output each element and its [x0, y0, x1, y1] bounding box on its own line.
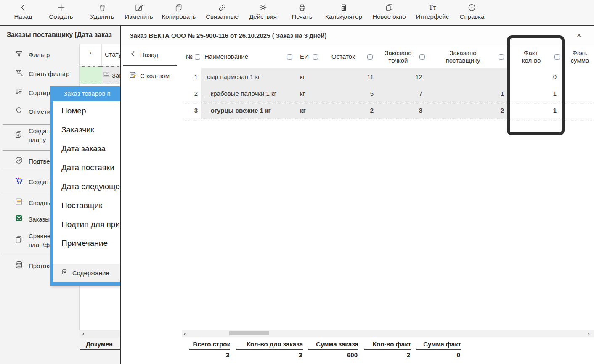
orders-grid-status-header[interactable]: Статус — [105, 51, 120, 58]
cell-fact-qty[interactable]: 1 — [508, 85, 564, 102]
action-label: Создать — [29, 177, 53, 186]
orders-grid-selected-cell[interactable] — [80, 66, 101, 84]
total-qty-for-order: Кол-во для заказа 3 — [236, 340, 303, 359]
chevron-left-icon — [130, 50, 136, 59]
cell-ordered-supplier[interactable]: 1 — [427, 85, 507, 102]
order-title: Заказ ВЕКТА ООО № 25-900-116 от 26.10.20… — [130, 26, 326, 45]
col-header-fact-sum[interactable]: Факт. сумма — [566, 45, 594, 68]
gear-icon — [258, 3, 268, 12]
col-checkbox[interactable] — [313, 54, 318, 60]
menu-item-label: Содержание — [72, 269, 109, 277]
total-value: 3 — [236, 350, 303, 359]
menu-item-next-date[interactable]: Дата следующей — [53, 177, 121, 196]
orders-grid-status-cell[interactable]: Зак — [101, 66, 120, 84]
col-header-unit[interactable]: ЕИ — [296, 45, 324, 68]
scroll-thumb[interactable] — [229, 331, 269, 335]
cell-ordered-point[interactable]: 7 — [377, 85, 427, 102]
toolbar-actions-button[interactable]: Действия — [249, 3, 277, 20]
action-clear-filter[interactable]: Снять фильтр — [0, 69, 79, 79]
cell-name[interactable]: __крабовые палочки 1 кг — [201, 85, 296, 102]
col-header-num[interactable]: № — [182, 45, 201, 68]
cell-fact-sum[interactable] — [566, 68, 594, 85]
col-checkbox[interactable] — [499, 54, 504, 60]
col-checkbox[interactable] — [419, 54, 425, 60]
cell-num[interactable]: 3 — [182, 102, 201, 119]
col-checkbox[interactable] — [554, 54, 560, 60]
toolbar-delete-button[interactable]: Удалить — [90, 3, 114, 20]
col-header-ordered-supplier[interactable]: Заказано поставщику — [427, 45, 507, 68]
cell-unit[interactable]: кг — [296, 68, 324, 85]
cell-name[interactable]: _сыр пармезан 1 кг — [201, 68, 296, 85]
cell-num[interactable]: 1 — [182, 68, 201, 85]
left-scroll-left-arrow[interactable]: ‹ — [82, 330, 85, 337]
scroll-left-arrow[interactable]: ‹ — [184, 330, 186, 337]
mode-with-qty-button[interactable]: С кол-вом — [128, 71, 170, 81]
menu-item-subtype[interactable]: Подтип для прих — [53, 215, 121, 234]
left-hscrollbar[interactable] — [79, 330, 120, 338]
cell-ordered-supplier[interactable] — [427, 68, 507, 85]
menu-item-number[interactable]: Номер — [53, 101, 121, 120]
toolbar-new-window-button[interactable]: Новое окно — [372, 3, 406, 20]
col-checkbox[interactable] — [195, 54, 200, 60]
col-header-ordered-point[interactable]: Заказано точкой — [377, 45, 427, 68]
close-icon[interactable]: × — [574, 30, 584, 40]
cell-name[interactable]: __огурцы свежие 1 кг — [201, 102, 296, 119]
total-label: Всего строк — [189, 340, 230, 350]
printer-icon — [297, 3, 307, 12]
toolbar-related-button[interactable]: Связанные — [206, 3, 239, 20]
cell-fact-qty[interactable]: 1 — [508, 102, 564, 119]
cell-ordered-point[interactable]: 12 — [377, 68, 427, 85]
action-filter[interactable]: Фильтр — [0, 50, 79, 60]
excel-icon — [14, 214, 24, 224]
col-header-name[interactable]: Наименование — [201, 45, 296, 68]
toolbar-calculator-button[interactable]: Калькулятор — [325, 3, 362, 20]
order-back-button[interactable]: Назад — [130, 50, 158, 59]
main-toolbar: Назад Создать Удалить Изменить Копироват… — [0, 0, 594, 26]
toolbar-label: Действия — [249, 13, 277, 20]
cell-unit[interactable]: кг — [296, 85, 324, 102]
cell-ordered-point[interactable]: 3 — [377, 102, 427, 119]
scroll-right-arrow[interactable]: › — [588, 330, 590, 337]
toolbar-interface-button[interactable]: Tт Интерфейс — [416, 3, 449, 20]
col-checkbox[interactable] — [287, 54, 292, 60]
toolbar-label: Связанные — [206, 13, 239, 20]
table-row[interactable]: 2 __крабовые палочки 1 кг кг 5 7 1 1 — [182, 85, 594, 102]
back-label: Назад — [140, 51, 158, 58]
cell-remain[interactable]: 11 — [324, 68, 377, 85]
interface-icon: Tт — [429, 3, 436, 12]
cell-num[interactable]: 2 — [182, 85, 201, 102]
menu-item-delivery-date[interactable]: Дата поставки — [53, 158, 121, 177]
cell-fact-sum[interactable] — [566, 102, 594, 119]
cell-fact-qty[interactable]: 0 — [508, 68, 564, 85]
toolbar-print-button[interactable]: Печать — [292, 3, 312, 20]
cell-ordered-supplier[interactable]: 2 — [427, 102, 507, 119]
table-row[interactable]: 1 _сыр пармезан 1 кг кг 11 12 0 — [182, 68, 594, 85]
col-label: № — [186, 53, 193, 61]
menu-item-supplier[interactable]: Поставщик — [53, 196, 121, 215]
menu-item-order-date[interactable]: Дата заказа — [53, 139, 121, 158]
copy-plus-icon — [14, 130, 24, 141]
orders-grid-star-header[interactable]: * — [80, 51, 101, 58]
filter-off-icon — [14, 68, 24, 79]
toolbar-edit-button[interactable]: Изменить — [125, 3, 153, 20]
cell-unit[interactable]: кг — [296, 102, 324, 119]
table-row-selected[interactable]: 3 __огурцы свежие 1 кг кг 2 3 2 1 — [182, 102, 594, 119]
toolbar-help-button[interactable]: Справка — [460, 3, 485, 20]
toolbar-copy-button[interactable]: Копировать — [162, 3, 196, 20]
toolbar-back-button[interactable]: Назад — [14, 3, 32, 20]
panel-title: Заказы поставщику [Дата заказ — [7, 31, 120, 39]
col-checkbox[interactable] — [367, 54, 373, 60]
pin-exclaim-icon — [14, 106, 24, 117]
toolbar-create-button[interactable]: Создать — [49, 3, 73, 20]
menu-item-contents[interactable]: Содержание — [53, 264, 121, 282]
col-header-remain[interactable]: Остаток — [324, 45, 377, 68]
cell-remain[interactable]: 5 — [324, 85, 377, 102]
col-label: Факт. сумма — [566, 49, 594, 64]
cell-fact-sum[interactable] — [566, 85, 594, 102]
col-header-fact-qty[interactable]: Факт. кол-во — [508, 45, 564, 68]
menu-item-customer[interactable]: Заказчик — [53, 120, 121, 139]
cell-remain[interactable]: 2 — [324, 102, 377, 119]
menu-item-note[interactable]: Примечание — [53, 234, 121, 253]
total-value: 2 — [364, 350, 411, 359]
context-menu-title: Заказ товаров п — [53, 86, 121, 101]
